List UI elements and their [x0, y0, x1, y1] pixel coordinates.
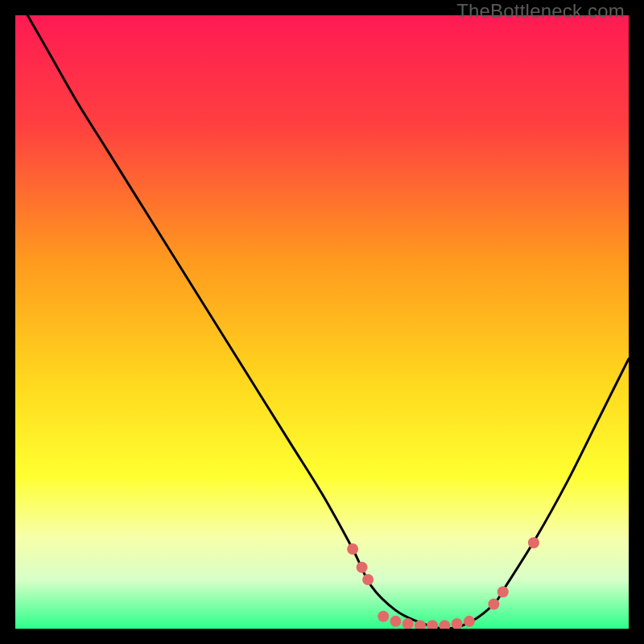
chart-frame: [15, 15, 629, 629]
data-marker: [347, 543, 358, 555]
data-marker: [464, 616, 475, 627]
data-marker: [362, 574, 374, 585]
data-marker: [378, 611, 389, 622]
watermark-text: TheBottleneck.com: [456, 0, 625, 23]
data-marker: [357, 562, 368, 573]
bottleneck-chart: [15, 15, 629, 629]
data-marker: [488, 599, 499, 610]
data-marker: [528, 537, 539, 548]
data-marker: [390, 616, 401, 627]
data-marker: [497, 586, 509, 597]
